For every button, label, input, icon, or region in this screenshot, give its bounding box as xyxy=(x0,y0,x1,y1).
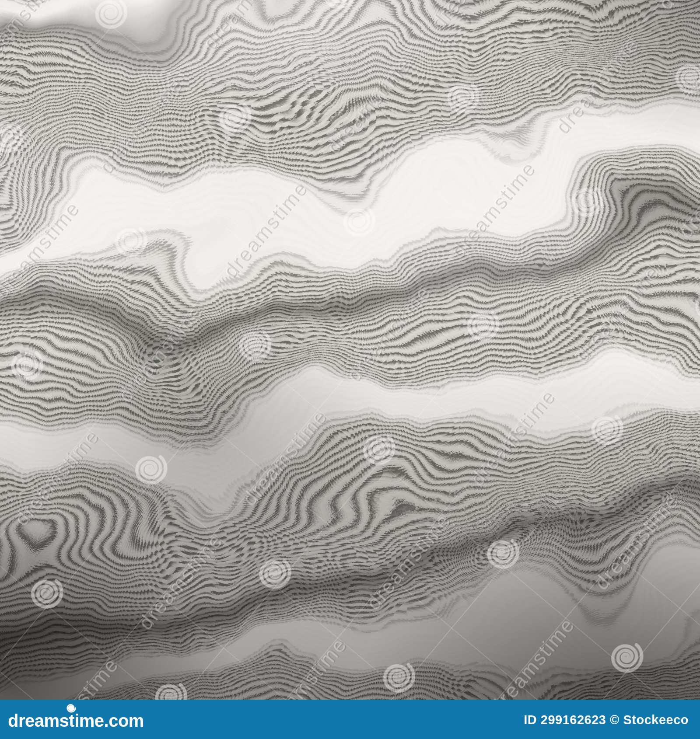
dreamstime-logo: dreamstime.com xyxy=(8,712,144,729)
stock-image-preview: dreamstime dreamstime dreamstime.com ID … xyxy=(0,0,700,739)
footer-bar: dreamstime.com ID 299162623 © Stockeeco xyxy=(0,700,700,739)
logo-spiral-icon xyxy=(66,703,77,713)
watermarked-image: dreamstime dreamstime xyxy=(0,0,700,700)
image-credit: ID 299162623 © Stockeeco xyxy=(524,714,689,726)
wave-art xyxy=(0,0,700,700)
